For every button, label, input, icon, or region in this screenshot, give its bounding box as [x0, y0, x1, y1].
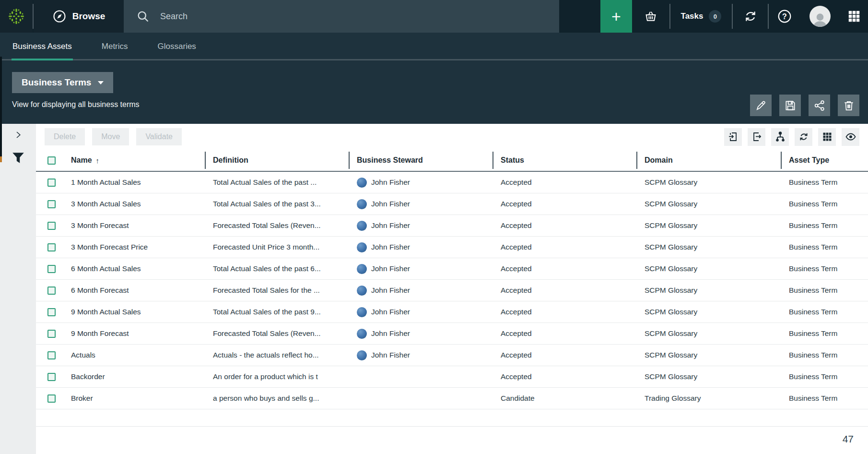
- export-button[interactable]: [748, 128, 765, 146]
- refresh-button[interactable]: [795, 128, 812, 146]
- column-header-domain[interactable]: Domain: [636, 150, 781, 171]
- asset-domain[interactable]: SCPM Glossary: [636, 200, 781, 208]
- tab-glossaries[interactable]: Glossaries: [157, 33, 197, 60]
- steward-name[interactable]: John Fisher: [371, 178, 410, 187]
- asset-domain[interactable]: SCPM Glossary: [636, 286, 781, 295]
- user-menu[interactable]: [800, 0, 840, 33]
- table-row[interactable]: 6 Month Actual Sales Total Actual Sales …: [36, 258, 868, 280]
- select-all-checkbox[interactable]: [47, 156, 56, 165]
- browse-button[interactable]: Browse: [34, 0, 124, 33]
- asset-domain[interactable]: SCPM Glossary: [636, 243, 781, 251]
- row-checkbox[interactable]: [47, 222, 56, 230]
- asset-name-link[interactable]: 9 Month Forecast: [67, 329, 205, 338]
- validate-button[interactable]: Validate: [136, 128, 182, 145]
- asset-domain[interactable]: SCPM Glossary: [636, 178, 781, 187]
- tasks-button[interactable]: Tasks 0: [670, 0, 732, 33]
- delete-button[interactable]: Delete: [45, 128, 85, 145]
- column-header-business-steward[interactable]: Business Steward: [349, 150, 493, 171]
- asset-domain[interactable]: SCPM Glossary: [636, 372, 781, 381]
- asset-domain[interactable]: SCPM Glossary: [636, 221, 781, 230]
- asset-domain[interactable]: Trading Glossary: [636, 394, 781, 403]
- row-checkbox[interactable]: [47, 265, 56, 273]
- import-button[interactable]: [724, 128, 742, 146]
- row-checkbox[interactable]: [47, 351, 56, 359]
- asset-name-link[interactable]: 3 Month Actual Sales: [67, 200, 205, 208]
- asset-domain[interactable]: SCPM Glossary: [636, 351, 781, 359]
- apps-menu-button[interactable]: [840, 0, 868, 33]
- table-row[interactable]: 9 Month Actual Sales Total Actual Sales …: [36, 301, 868, 323]
- asset-domain[interactable]: SCPM Glossary: [636, 308, 781, 316]
- table-row[interactable]: 6 Month Forecast Forecasted Total Sales …: [36, 280, 868, 301]
- asset-name-link[interactable]: 1 Month Actual Sales: [67, 178, 205, 187]
- column-header-asset-type[interactable]: Asset Type: [781, 150, 868, 171]
- delete-view-button[interactable]: [838, 95, 859, 116]
- table-row[interactable]: 1 Month Actual Sales Total Actual Sales …: [36, 172, 868, 193]
- data-basket-button[interactable]: [632, 0, 669, 33]
- asset-name-link[interactable]: 6 Month Forecast: [67, 286, 205, 295]
- row-checkbox[interactable]: [47, 200, 56, 208]
- preview-button[interactable]: [842, 128, 859, 146]
- search-input[interactable]: [160, 12, 547, 22]
- tab-metrics[interactable]: Metrics: [101, 33, 129, 60]
- view-subtitle: View for displaying all business terms: [12, 100, 868, 109]
- steward-name[interactable]: John Fisher: [371, 221, 410, 230]
- column-header-status[interactable]: Status: [493, 150, 636, 171]
- tab-business-assets[interactable]: Business Assets: [12, 33, 73, 60]
- save-view-button[interactable]: [779, 95, 801, 116]
- asset-name-link[interactable]: Backorder: [67, 372, 205, 381]
- columns-button[interactable]: [818, 128, 836, 146]
- basket-icon: [644, 9, 658, 24]
- move-button[interactable]: Move: [92, 128, 129, 145]
- view-selector-button[interactable]: Business Terms: [12, 72, 113, 93]
- expand-panel-button[interactable]: [14, 131, 23, 139]
- trash-icon: [843, 99, 855, 112]
- plus-icon: +: [611, 8, 621, 24]
- table-row[interactable]: 9 Month Forecast Forecasted Total Sales …: [36, 323, 868, 345]
- table-panel: Delete Move Validate: [36, 124, 868, 454]
- steward-name[interactable]: John Fisher: [371, 308, 410, 316]
- column-header-definition[interactable]: Definition: [205, 150, 349, 171]
- row-checkbox[interactable]: [47, 179, 56, 187]
- activities-button[interactable]: [733, 0, 768, 33]
- steward-name[interactable]: John Fisher: [371, 351, 410, 359]
- asset-name-link[interactable]: 3 Month Forecast: [67, 221, 205, 230]
- steward-name[interactable]: John Fisher: [371, 286, 410, 295]
- filter-button[interactable]: [11, 151, 25, 165]
- global-search[interactable]: [124, 0, 559, 33]
- row-checkbox[interactable]: [47, 308, 56, 316]
- create-button[interactable]: +: [600, 0, 632, 33]
- steward-name[interactable]: John Fisher: [371, 264, 410, 273]
- asset-name-link[interactable]: 3 Month Forecast Price: [67, 243, 205, 251]
- table-row[interactable]: 3 Month Forecast Price Forecasted Unit P…: [36, 237, 868, 258]
- row-checkbox[interactable]: [47, 287, 56, 295]
- asset-definition: Forecasted Total Sales (Reven...: [205, 329, 349, 338]
- collibra-logo[interactable]: [0, 0, 33, 33]
- table-row[interactable]: Backorder An order for a product which i…: [36, 366, 868, 388]
- asset-name-link[interactable]: 9 Month Actual Sales: [67, 308, 205, 316]
- table-row[interactable]: Actuals Actuals - the actuals reflect ho…: [36, 345, 868, 366]
- asset-name-link[interactable]: 6 Month Actual Sales: [67, 264, 205, 273]
- asset-type: Business Term: [781, 351, 868, 359]
- share-view-button[interactable]: [809, 95, 830, 116]
- row-checkbox[interactable]: [47, 243, 56, 251]
- help-button[interactable]: ?: [769, 0, 800, 33]
- steward-name[interactable]: John Fisher: [371, 200, 410, 208]
- edit-view-button[interactable]: [750, 95, 772, 116]
- hierarchy-button[interactable]: [771, 128, 789, 146]
- row-checkbox[interactable]: [47, 330, 56, 338]
- table-row[interactable]: Broker a person who buys and sells g... …: [36, 388, 868, 409]
- table-row[interactable]: 3 Month Actual Sales Total Actual Sales …: [36, 193, 868, 215]
- row-checkbox[interactable]: [47, 394, 56, 403]
- steward-name[interactable]: John Fisher: [371, 243, 410, 251]
- row-checkbox[interactable]: [47, 373, 56, 381]
- asset-type: Business Term: [781, 221, 868, 230]
- asset-name-link[interactable]: Broker: [67, 394, 205, 403]
- asset-domain[interactable]: SCPM Glossary: [636, 329, 781, 338]
- help-icon: ?: [777, 9, 792, 24]
- column-header-name[interactable]: Name ↑: [67, 150, 205, 171]
- table-row[interactable]: 3 Month Forecast Forecasted Total Sales …: [36, 215, 868, 237]
- steward-name[interactable]: John Fisher: [371, 329, 410, 338]
- asset-domain[interactable]: SCPM Glossary: [636, 264, 781, 273]
- asset-type: Business Term: [781, 329, 868, 338]
- asset-name-link[interactable]: Actuals: [67, 351, 205, 359]
